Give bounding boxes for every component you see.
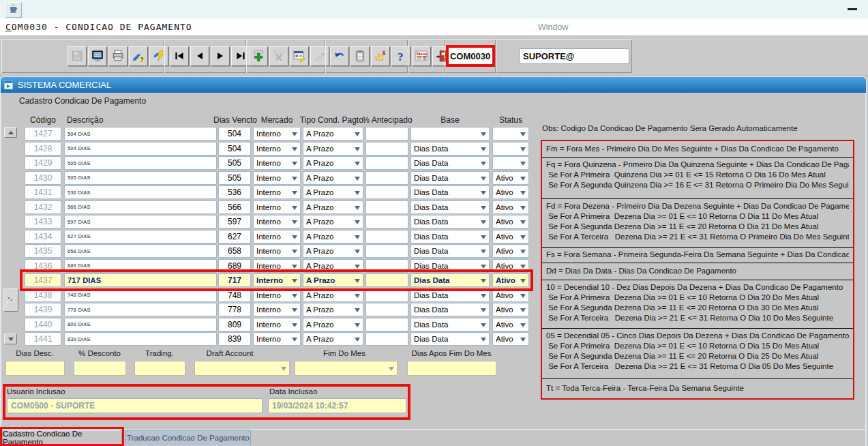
cell-status[interactable]: Ativo bbox=[492, 303, 529, 316]
chevron-down-icon[interactable] bbox=[292, 220, 297, 224]
cell-descricao[interactable]: 778 DIAS bbox=[64, 303, 217, 316]
cell-codigo[interactable]: 1436 bbox=[25, 259, 61, 273]
cell-descricao[interactable]: 505 DIAS bbox=[64, 156, 217, 170]
draft-account-field[interactable] bbox=[194, 361, 290, 376]
cell-codigo[interactable]: 1427 bbox=[25, 127, 61, 140]
chevron-down-icon[interactable] bbox=[481, 235, 486, 239]
cell-base[interactable]: Dias Data bbox=[410, 273, 490, 287]
scroll-down-button[interactable] bbox=[4, 333, 17, 344]
cell-dias[interactable]: 809 bbox=[218, 318, 251, 331]
chevron-down-icon[interactable] bbox=[355, 162, 360, 166]
percent-desconto-field[interactable] bbox=[74, 361, 126, 376]
data-inclusao-field[interactable]: 19/03/2024 10:42:57 bbox=[268, 398, 406, 413]
cell-tipo[interactable]: A Prazo bbox=[303, 303, 363, 316]
chevron-down-icon[interactable] bbox=[520, 265, 526, 269]
cell-descricao[interactable]: 597 DIAS bbox=[64, 215, 217, 228]
usuario-inclusao-field[interactable]: COM0500 - SUPORTE bbox=[7, 398, 263, 413]
chevron-down-icon[interactable] bbox=[355, 220, 360, 224]
chevron-down-icon[interactable] bbox=[292, 147, 297, 151]
cell-status[interactable] bbox=[492, 127, 529, 140]
first-record-button[interactable] bbox=[170, 46, 189, 66]
chevron-down-icon[interactable] bbox=[481, 162, 486, 166]
cell-dias[interactable]: 504 bbox=[218, 127, 251, 140]
cell-mercado[interactable]: Interno bbox=[253, 142, 301, 155]
cell-descricao[interactable]: 717 DIAS bbox=[64, 273, 217, 287]
chevron-down-icon[interactable] bbox=[520, 235, 526, 239]
cell-codigo[interactable]: 1433 bbox=[25, 215, 61, 228]
cell-mercado[interactable]: Interno bbox=[253, 156, 301, 170]
cell-mercado[interactable]: Interno bbox=[253, 318, 301, 331]
cell-antecipado[interactable] bbox=[365, 259, 408, 273]
chevron-down-icon[interactable] bbox=[292, 279, 297, 283]
cell-mercado[interactable]: Interno bbox=[253, 230, 301, 243]
chevron-down-icon[interactable] bbox=[481, 294, 486, 298]
cell-antecipado[interactable] bbox=[365, 303, 408, 316]
cell-base[interactable]: Dias Data bbox=[410, 171, 490, 185]
menu-button[interactable]: Menu bbox=[412, 46, 431, 66]
cell-descricao[interactable]: 809 DIAS bbox=[64, 318, 217, 331]
cell-antecipado[interactable] bbox=[365, 156, 408, 170]
cell-base[interactable]: Dias Data bbox=[410, 142, 490, 155]
cell-codigo[interactable]: 1435 bbox=[25, 244, 61, 258]
cell-tipo[interactable]: A Prazo bbox=[303, 156, 363, 170]
cell-mercado[interactable]: Interno bbox=[253, 288, 301, 302]
chevron-down-icon[interactable] bbox=[355, 265, 360, 269]
cell-status[interactable]: Ativo bbox=[492, 244, 529, 258]
cell-base[interactable]: Dias Data bbox=[410, 156, 490, 170]
cell-dias[interactable]: 536 bbox=[218, 185, 251, 199]
cell-antecipado[interactable] bbox=[365, 230, 408, 243]
cell-descricao[interactable]: 689 DIAS bbox=[64, 259, 217, 273]
cell-codigo[interactable]: 1434 bbox=[25, 230, 61, 243]
cell-descricao[interactable]: 566 DIAS bbox=[64, 200, 217, 214]
chevron-down-icon[interactable] bbox=[520, 132, 526, 136]
chevron-down-icon[interactable] bbox=[292, 162, 297, 166]
chevron-down-icon[interactable] bbox=[481, 323, 486, 327]
chevron-down-icon[interactable] bbox=[481, 279, 486, 283]
cell-dias[interactable]: 505 bbox=[218, 156, 251, 170]
cell-base[interactable]: Dias Data bbox=[410, 303, 490, 316]
cell-base[interactable]: Dias Data bbox=[410, 230, 490, 243]
tab-cadastro-condicao-de-pagamento[interactable]: Cadastro Condicao De Pagamento bbox=[2, 430, 122, 445]
chevron-down-icon[interactable] bbox=[520, 147, 526, 151]
cell-mercado[interactable]: Interno bbox=[253, 332, 301, 346]
cell-antecipado[interactable] bbox=[365, 332, 408, 346]
cell-antecipado[interactable] bbox=[365, 200, 408, 214]
cell-dias[interactable]: 658 bbox=[218, 244, 251, 258]
chevron-down-icon[interactable] bbox=[292, 191, 297, 195]
cell-antecipado[interactable] bbox=[365, 142, 408, 155]
cell-codigo[interactable]: 1431 bbox=[25, 185, 61, 199]
chevron-down-icon[interactable] bbox=[355, 147, 360, 151]
cell-status[interactable] bbox=[492, 142, 529, 155]
cell-base[interactable]: Dias Data bbox=[410, 288, 490, 302]
chevron-down-icon[interactable] bbox=[481, 250, 486, 254]
save-button[interactable] bbox=[68, 46, 87, 66]
chevron-down-icon[interactable] bbox=[292, 308, 297, 312]
chevron-down-icon[interactable] bbox=[355, 206, 360, 210]
cell-mercado[interactable]: Interno bbox=[253, 171, 301, 185]
cell-tipo[interactable]: A Prazo bbox=[303, 288, 363, 302]
cell-codigo[interactable]: 1428 bbox=[25, 142, 61, 155]
chevron-down-icon[interactable] bbox=[292, 323, 297, 327]
minimize-button[interactable] bbox=[848, 8, 857, 10]
chevron-down-icon[interactable] bbox=[481, 132, 486, 136]
cell-antecipado[interactable] bbox=[365, 185, 408, 199]
cell-antecipado[interactable] bbox=[365, 244, 408, 258]
cell-dias[interactable]: 839 bbox=[218, 332, 251, 346]
chevron-down-icon[interactable] bbox=[355, 235, 360, 239]
cell-tipo[interactable]: A Prazo bbox=[303, 259, 363, 273]
cell-tipo[interactable]: A Prazo bbox=[303, 171, 363, 185]
cell-status[interactable]: Ativo bbox=[492, 200, 529, 214]
cell-status[interactable]: Ativo bbox=[492, 318, 529, 331]
cell-dias[interactable]: 778 bbox=[218, 303, 251, 316]
chevron-down-icon[interactable] bbox=[520, 323, 526, 327]
chevron-down-icon[interactable] bbox=[520, 279, 526, 283]
cell-tipo[interactable]: A Prazo bbox=[303, 244, 363, 258]
cell-codigo[interactable]: 1439 bbox=[25, 303, 61, 316]
cell-status[interactable]: Ativo bbox=[492, 259, 529, 273]
chevron-down-icon[interactable] bbox=[520, 220, 526, 224]
cell-descricao[interactable]: 627 DIAS bbox=[64, 230, 217, 243]
dias-desc-field[interactable] bbox=[5, 361, 65, 376]
cell-descricao[interactable]: 839 DIAS bbox=[64, 332, 217, 346]
undo-button[interactable] bbox=[330, 46, 349, 66]
cell-base[interactable] bbox=[410, 127, 490, 140]
